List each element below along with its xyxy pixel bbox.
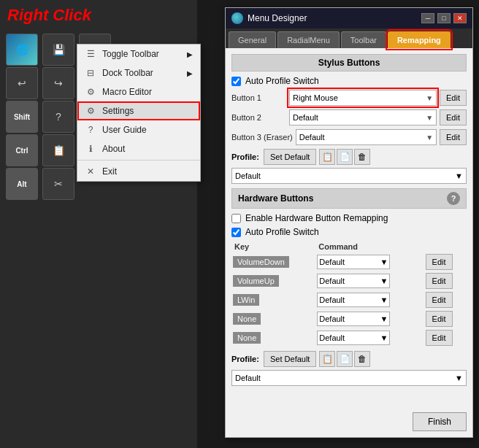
- hardware-table: Key Command VolumeDown Default ▼ Edit: [231, 241, 467, 347]
- auto-profile-switch-checkbox[interactable]: [231, 77, 241, 86]
- redo-icon[interactable]: ↪: [42, 67, 74, 99]
- button3-edit[interactable]: Edit: [440, 129, 467, 145]
- alt-key-icon[interactable]: Alt: [6, 168, 38, 200]
- globe-icon[interactable]: 🌐: [6, 34, 38, 66]
- finish-button[interactable]: Finish: [413, 412, 467, 431]
- hw-profile-row: Profile: Set Default 📋 📄 🗑: [231, 351, 467, 367]
- right-click-title: Right Click: [0, 0, 197, 31]
- auto-profile-switch-row: Auto Profile Switch: [231, 76, 467, 86]
- enable-hw-remapping-label: Enable Hardware Button Remapping: [245, 213, 388, 223]
- close-button[interactable]: ✕: [453, 13, 467, 23]
- hw-edit-volumedown[interactable]: Edit: [426, 254, 453, 270]
- hw-profile-value: Default: [235, 374, 261, 382]
- hw-row-volumedown: VolumeDown Default ▼ Edit: [231, 252, 467, 271]
- button1-value: Right Mouse: [293, 93, 338, 102]
- hw-cmd-none1[interactable]: Default ▼: [317, 312, 390, 326]
- enable-hw-remapping-checkbox[interactable]: [231, 214, 241, 223]
- hw-profile-label: Profile:: [231, 355, 261, 363]
- stylus-set-default-button[interactable]: Set Default: [264, 149, 316, 165]
- menu-designer-panel: Menu Designer ─ □ ✕ General RadialMenu T…: [225, 7, 473, 438]
- hardware-help-icon[interactable]: ?: [447, 192, 460, 205]
- hw-edit-none1[interactable]: Edit: [426, 311, 453, 327]
- hw-profile-icon1[interactable]: 📋: [319, 351, 335, 367]
- menu-item-about[interactable]: ℹ About: [77, 139, 200, 158]
- hw-profile-arrow: ▼: [455, 374, 463, 382]
- menu-item-dock-toolbar[interactable]: ⊟ Dock Toolbar ▶: [77, 63, 200, 82]
- stylus-profile-icon2[interactable]: 📄: [337, 149, 353, 165]
- hw-edit-volumeup[interactable]: Edit: [426, 273, 453, 289]
- macro-editor-icon: ⚙: [85, 86, 96, 98]
- question-icon[interactable]: ?: [42, 101, 74, 133]
- save-icon[interactable]: 💾: [42, 34, 74, 66]
- tab-remapping[interactable]: Remapping: [388, 31, 451, 48]
- tab-radial-menu[interactable]: RadialMenu: [277, 31, 340, 48]
- menu-separator: [77, 160, 200, 161]
- button2-value: Default: [293, 113, 318, 122]
- context-menu: ☰ Toggle Toolbar ▶ ⊟ Dock Toolbar ▶ ⚙ Ma…: [77, 44, 201, 182]
- auto-profile-switch-label: Auto Profile Switch: [245, 76, 319, 86]
- hw-auto-profile-switch-label: Auto Profile Switch: [245, 227, 319, 237]
- hw-row-lwin: LWin Default ▼ Edit: [231, 290, 467, 309]
- button1-edit[interactable]: Edit: [440, 90, 467, 106]
- toggle-toolbar-label: Toggle Toolbar: [102, 49, 159, 59]
- ctrl-key-icon[interactable]: Ctrl: [6, 134, 38, 166]
- hw-key-none2: None: [233, 332, 261, 344]
- menu-item-toggle-toolbar[interactable]: ☰ Toggle Toolbar ▶: [77, 45, 200, 63]
- stylus-profile-dropdown[interactable]: Default ▼: [231, 168, 467, 184]
- undo-icon[interactable]: ↩: [6, 67, 38, 99]
- button1-dropdown[interactable]: Right Mouse ▼: [289, 90, 437, 106]
- shift-key-icon[interactable]: Shift: [6, 101, 38, 133]
- hw-row-none1: None Default ▼ Edit: [231, 309, 467, 328]
- menu-item-macro-editor[interactable]: ⚙ Macro Editor: [77, 82, 200, 101]
- menu-item-exit[interactable]: ✕ Exit: [77, 162, 200, 181]
- button2-label: Button 2: [231, 113, 286, 122]
- button2-dropdown[interactable]: Default ▼: [289, 109, 437, 125]
- hw-key-volumeup: VolumeUp: [233, 275, 279, 287]
- tab-general[interactable]: General: [229, 31, 276, 48]
- window-controls: ─ □ ✕: [421, 13, 467, 23]
- button3-dropdown[interactable]: Default ▼: [296, 129, 437, 145]
- hw-profile-icon3[interactable]: 🗑: [354, 351, 370, 367]
- tab-bar: General RadialMenu Toolbar Remapping: [226, 28, 472, 48]
- menu-item-user-guide[interactable]: ? User Guide: [77, 120, 200, 139]
- exit-label: Exit: [102, 166, 117, 177]
- clipboard-icon[interactable]: 📋: [42, 134, 74, 166]
- hw-profile-dropdown[interactable]: Default ▼: [231, 370, 467, 386]
- hw-edit-lwin[interactable]: Edit: [426, 292, 453, 308]
- stylus-section-header: Stylus Buttons: [231, 54, 467, 72]
- hw-set-default-button[interactable]: Set Default: [264, 351, 316, 367]
- minimize-button[interactable]: ─: [421, 13, 434, 23]
- hw-key-lwin: LWin: [233, 294, 259, 306]
- hw-auto-profile-switch-checkbox[interactable]: [231, 228, 241, 237]
- stylus-profile-icons: 📋 📄 🗑: [319, 149, 370, 165]
- hw-profile-icon2[interactable]: 📄: [337, 351, 353, 367]
- about-icon: ℹ: [85, 143, 96, 155]
- stylus-profile-icon1[interactable]: 📋: [319, 149, 335, 165]
- dock-toolbar-arrow: ▶: [187, 69, 193, 77]
- tab-toolbar[interactable]: Toolbar: [341, 31, 386, 48]
- button3-label: Button 3 (Eraser): [231, 133, 293, 142]
- stylus-profile-row: Profile: Set Default 📋 📄 🗑: [231, 149, 467, 165]
- macro-editor-label: Macro Editor: [102, 87, 152, 97]
- dock-toolbar-icon: ⊟: [85, 67, 96, 79]
- button2-edit[interactable]: Edit: [440, 109, 467, 125]
- stylus-profile-arrow: ▼: [455, 171, 463, 180]
- enable-hw-remapping-row: Enable Hardware Button Remapping: [231, 213, 467, 223]
- stylus-profile-value: Default: [235, 171, 261, 180]
- hw-cmd-volumeup[interactable]: Default ▼: [317, 274, 390, 288]
- panel-content: Stylus Buttons Auto Profile Switch Butto…: [226, 48, 472, 396]
- hw-cmd-lwin[interactable]: Default ▼: [317, 293, 390, 307]
- hw-col-command: Command: [315, 241, 424, 252]
- hw-row-none2: None Default ▼ Edit: [231, 328, 467, 347]
- hw-edit-none2[interactable]: Edit: [426, 330, 453, 346]
- maximize-button[interactable]: □: [437, 13, 451, 23]
- hw-cmd-volumedown[interactable]: Default ▼: [317, 255, 390, 269]
- scissors-icon[interactable]: ✂: [42, 168, 74, 200]
- user-guide-icon: ?: [85, 124, 96, 136]
- hw-cmd-none2[interactable]: Default ▼: [317, 331, 390, 345]
- button3-arrow: ▼: [426, 134, 433, 142]
- app-globe-icon: [231, 12, 243, 24]
- dock-toolbar-label: Dock Toolbar: [102, 68, 153, 78]
- stylus-profile-icon3[interactable]: 🗑: [354, 149, 370, 165]
- menu-item-settings[interactable]: ⚙ Settings: [77, 101, 200, 120]
